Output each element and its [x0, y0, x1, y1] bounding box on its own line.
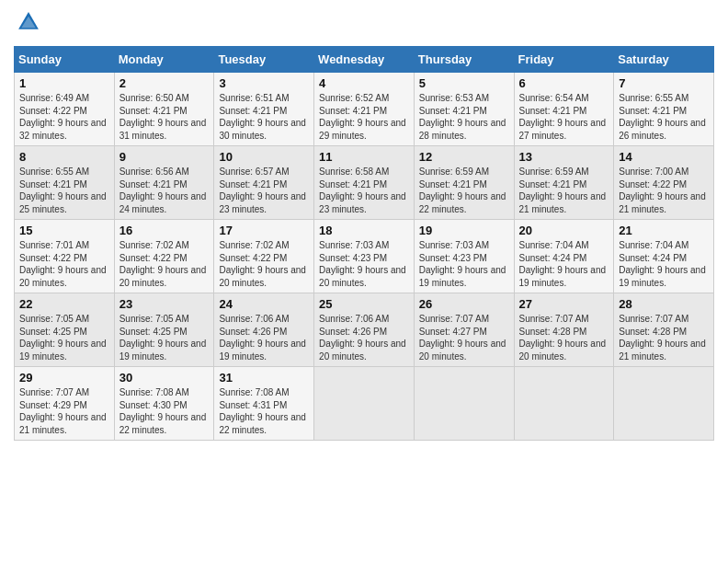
calendar-day-cell: 24 Sunrise: 7:06 AMSunset: 4:26 PMDaylig… [214, 293, 314, 367]
calendar-day-cell: 7 Sunrise: 6:55 AMSunset: 4:21 PMDayligh… [614, 73, 714, 146]
day-number: 15 [19, 224, 109, 237]
day-info: Sunrise: 6:54 AMSunset: 4:21 PMDaylight:… [519, 93, 607, 141]
day-info: Sunrise: 7:07 AMSunset: 4:29 PMDaylight:… [19, 387, 107, 435]
day-info: Sunrise: 7:05 AMSunset: 4:25 PMDaylight:… [119, 314, 207, 362]
day-number: 5 [419, 76, 509, 90]
calendar-day-cell: 30 Sunrise: 7:08 AMSunset: 4:30 PMDaylig… [114, 367, 214, 441]
day-info: Sunrise: 6:59 AMSunset: 4:21 PMDaylight:… [519, 167, 607, 214]
day-number: 11 [319, 150, 409, 164]
calendar-day-cell: 8 Sunrise: 6:55 AMSunset: 4:21 PMDayligh… [15, 146, 115, 220]
calendar-day-cell: 18 Sunrise: 7:03 AMSunset: 4:23 PMDaylig… [314, 220, 415, 293]
day-info: Sunrise: 6:56 AMSunset: 4:21 PMDaylight:… [119, 167, 207, 214]
day-info: Sunrise: 6:59 AMSunset: 4:21 PMDaylight:… [419, 167, 506, 214]
day-info: Sunrise: 7:02 AMSunset: 4:22 PMDaylight:… [119, 240, 207, 288]
calendar-day-cell: 31 Sunrise: 7:08 AMSunset: 4:31 PMDaylig… [214, 367, 314, 441]
calendar-day-cell [414, 367, 514, 441]
calendar-table: SundayMondayTuesdayWednesdayThursdayFrid… [14, 46, 714, 441]
day-info: Sunrise: 7:01 AMSunset: 4:22 PMDaylight:… [19, 240, 107, 288]
day-number: 30 [119, 371, 210, 385]
day-number: 14 [619, 150, 709, 164]
calendar-day-cell [614, 367, 714, 441]
day-number: 29 [19, 371, 109, 385]
day-info: Sunrise: 6:55 AMSunset: 4:21 PMDaylight:… [619, 93, 706, 141]
day-number: 23 [119, 297, 210, 311]
day-info: Sunrise: 7:04 AMSunset: 4:24 PMDaylight:… [519, 240, 607, 288]
calendar-day-cell: 16 Sunrise: 7:02 AMSunset: 4:22 PMDaylig… [114, 220, 214, 293]
day-number: 31 [219, 371, 309, 385]
calendar-day-cell: 5 Sunrise: 6:53 AMSunset: 4:21 PMDayligh… [414, 73, 514, 146]
logo-icon [16, 9, 41, 35]
calendar-day-cell: 20 Sunrise: 7:04 AMSunset: 4:24 PMDaylig… [514, 220, 614, 293]
weekday-header: Monday [114, 47, 214, 73]
day-number: 9 [119, 150, 210, 164]
day-number: 13 [519, 150, 609, 164]
day-number: 27 [519, 297, 609, 311]
calendar-week-row: 15 Sunrise: 7:01 AMSunset: 4:22 PMDaylig… [15, 220, 714, 293]
day-info: Sunrise: 7:08 AMSunset: 4:31 PMDaylight:… [219, 387, 306, 435]
day-number: 22 [19, 297, 109, 311]
day-info: Sunrise: 7:02 AMSunset: 4:22 PMDaylight:… [219, 240, 306, 288]
day-number: 28 [619, 297, 709, 311]
day-number: 12 [419, 150, 509, 164]
day-number: 24 [219, 297, 309, 311]
calendar-day-cell: 25 Sunrise: 7:06 AMSunset: 4:26 PMDaylig… [314, 293, 415, 367]
day-info: Sunrise: 7:06 AMSunset: 4:26 PMDaylight:… [219, 314, 306, 362]
calendar-day-cell: 10 Sunrise: 6:57 AMSunset: 4:21 PMDaylig… [214, 146, 314, 220]
calendar-day-cell: 13 Sunrise: 6:59 AMSunset: 4:21 PMDaylig… [514, 146, 614, 220]
calendar-day-cell: 23 Sunrise: 7:05 AMSunset: 4:25 PMDaylig… [114, 293, 214, 367]
calendar-week-row: 8 Sunrise: 6:55 AMSunset: 4:21 PMDayligh… [15, 146, 714, 220]
weekday-header: Saturday [614, 47, 714, 73]
weekday-header: Friday [514, 47, 614, 73]
calendar-day-cell: 19 Sunrise: 7:03 AMSunset: 4:23 PMDaylig… [414, 220, 514, 293]
day-number: 18 [319, 224, 409, 237]
calendar-day-cell: 15 Sunrise: 7:01 AMSunset: 4:22 PMDaylig… [15, 220, 115, 293]
weekday-header: Wednesday [314, 47, 415, 73]
calendar-day-cell: 3 Sunrise: 6:51 AMSunset: 4:21 PMDayligh… [214, 73, 314, 146]
day-info: Sunrise: 6:58 AMSunset: 4:21 PMDaylight:… [319, 167, 406, 214]
day-info: Sunrise: 6:50 AMSunset: 4:21 PMDaylight:… [119, 93, 207, 141]
calendar-day-cell: 17 Sunrise: 7:02 AMSunset: 4:22 PMDaylig… [214, 220, 314, 293]
day-info: Sunrise: 6:55 AMSunset: 4:21 PMDaylight:… [19, 167, 107, 214]
day-info: Sunrise: 7:07 AMSunset: 4:28 PMDaylight:… [519, 314, 607, 362]
day-number: 20 [519, 224, 609, 237]
day-info: Sunrise: 6:53 AMSunset: 4:21 PMDaylight:… [419, 93, 506, 141]
calendar-day-cell: 14 Sunrise: 7:00 AMSunset: 4:22 PMDaylig… [614, 146, 714, 220]
calendar-day-cell [314, 367, 415, 441]
day-info: Sunrise: 7:05 AMSunset: 4:25 PMDaylight:… [19, 314, 107, 362]
calendar-day-cell: 2 Sunrise: 6:50 AMSunset: 4:21 PMDayligh… [114, 73, 214, 146]
day-info: Sunrise: 7:03 AMSunset: 4:23 PMDaylight:… [319, 240, 406, 288]
day-number: 16 [119, 224, 210, 237]
logo [14, 9, 43, 39]
calendar-week-row: 1 Sunrise: 6:49 AMSunset: 4:22 PMDayligh… [15, 73, 714, 146]
calendar-day-cell: 1 Sunrise: 6:49 AMSunset: 4:22 PMDayligh… [15, 73, 115, 146]
calendar-day-cell: 21 Sunrise: 7:04 AMSunset: 4:24 PMDaylig… [614, 220, 714, 293]
day-number: 26 [419, 297, 509, 311]
day-number: 21 [619, 224, 709, 237]
weekday-header: Sunday [15, 47, 115, 73]
day-number: 19 [419, 224, 509, 237]
page-header [14, 9, 714, 39]
weekday-header: Thursday [414, 47, 514, 73]
day-info: Sunrise: 7:00 AMSunset: 4:22 PMDaylight:… [619, 167, 706, 214]
calendar-week-row: 29 Sunrise: 7:07 AMSunset: 4:29 PMDaylig… [15, 367, 714, 441]
calendar-day-cell: 26 Sunrise: 7:07 AMSunset: 4:27 PMDaylig… [414, 293, 514, 367]
day-number: 10 [219, 150, 309, 164]
day-info: Sunrise: 7:07 AMSunset: 4:28 PMDaylight:… [619, 314, 706, 362]
calendar-day-cell: 28 Sunrise: 7:07 AMSunset: 4:28 PMDaylig… [614, 293, 714, 367]
weekday-header-row: SundayMondayTuesdayWednesdayThursdayFrid… [15, 47, 714, 73]
day-info: Sunrise: 6:49 AMSunset: 4:22 PMDaylight:… [19, 93, 107, 141]
weekday-header: Tuesday [214, 47, 314, 73]
calendar-day-cell: 9 Sunrise: 6:56 AMSunset: 4:21 PMDayligh… [114, 146, 214, 220]
day-info: Sunrise: 6:52 AMSunset: 4:21 PMDaylight:… [319, 93, 406, 141]
day-number: 17 [219, 224, 309, 237]
day-number: 4 [319, 76, 409, 90]
calendar-day-cell: 6 Sunrise: 6:54 AMSunset: 4:21 PMDayligh… [514, 73, 614, 146]
day-number: 2 [119, 76, 210, 90]
day-number: 6 [519, 76, 609, 90]
calendar-day-cell: 11 Sunrise: 6:58 AMSunset: 4:21 PMDaylig… [314, 146, 415, 220]
calendar-day-cell: 22 Sunrise: 7:05 AMSunset: 4:25 PMDaylig… [15, 293, 115, 367]
day-info: Sunrise: 7:04 AMSunset: 4:24 PMDaylight:… [619, 240, 706, 288]
day-info: Sunrise: 7:08 AMSunset: 4:30 PMDaylight:… [119, 387, 207, 435]
day-info: Sunrise: 7:06 AMSunset: 4:26 PMDaylight:… [319, 314, 406, 362]
calendar-day-cell: 4 Sunrise: 6:52 AMSunset: 4:21 PMDayligh… [314, 73, 415, 146]
